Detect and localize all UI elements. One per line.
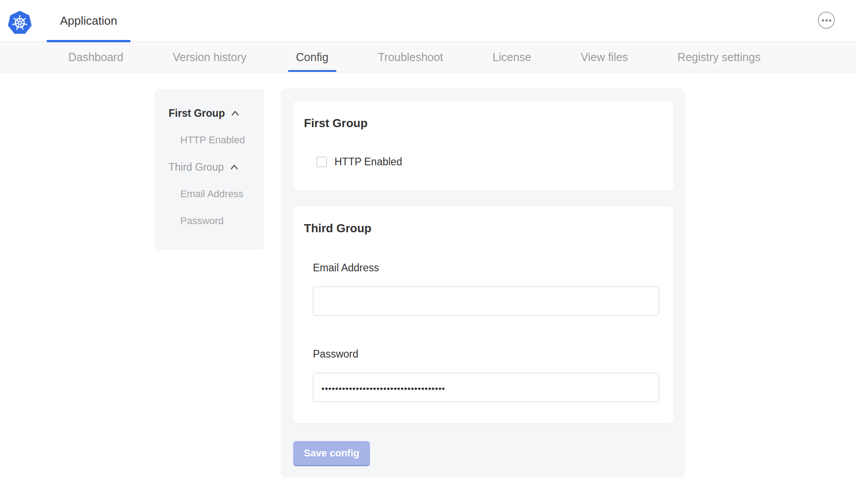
tab-troubleshoot[interactable]: Troubleshoot (370, 42, 451, 72)
sidebar-item-password[interactable]: Password (155, 208, 264, 234)
tab-application[interactable]: Application (47, 0, 130, 42)
app-tab-label: Application (60, 14, 117, 28)
tab-view-files[interactable]: View files (573, 42, 636, 72)
sidebar-item-label: Email Address (180, 188, 244, 200)
sidebar-group-label: First Group (169, 107, 225, 119)
config-form-panel: First Group HTTP Enabled Third Group Ema… (281, 88, 685, 478)
tab-dashboard[interactable]: Dashboard (61, 42, 131, 72)
group-title: First Group (304, 116, 368, 130)
ellipsis-dot (822, 19, 824, 22)
app-header: Application (0, 0, 856, 42)
app-subnav: Dashboard Version history Config Trouble… (0, 42, 856, 72)
tab-license[interactable]: License (485, 42, 539, 72)
config-group-card-first: First Group HTTP Enabled (293, 101, 673, 190)
config-group-card-third: Third Group Email Address Password (293, 206, 673, 423)
sidebar-item-label: Password (180, 215, 224, 227)
kubernetes-logo-icon (8, 11, 32, 35)
chevron-up-icon (228, 161, 240, 173)
config-groups-sidebar: First Group HTTP Enabled Third Group Ema… (155, 89, 264, 250)
http-enabled-checkbox[interactable] (317, 157, 327, 167)
tab-registry-settings[interactable]: Registry settings (670, 42, 768, 72)
sidebar-item-label: HTTP Enabled (180, 134, 245, 146)
ellipsis-menu-button[interactable] (818, 12, 835, 29)
chevron-up-icon (229, 107, 241, 119)
email-address-label: Email Address (313, 262, 379, 274)
email-address-input[interactable] (313, 287, 659, 316)
http-enabled-field: HTTP Enabled (317, 156, 402, 168)
password-input[interactable] (313, 373, 659, 402)
save-config-button[interactable]: Save config (293, 441, 370, 465)
sidebar-group-label: Third Group (169, 161, 224, 173)
group-title: Third Group (304, 221, 371, 235)
ellipsis-dot (825, 19, 828, 22)
tab-version-history[interactable]: Version history (165, 42, 254, 72)
sidebar-item-http-enabled[interactable]: HTTP Enabled (155, 127, 264, 154)
sidebar-group-first-group[interactable]: First Group (155, 100, 264, 127)
password-label: Password (313, 348, 358, 360)
tab-config[interactable]: Config (288, 42, 336, 72)
ellipsis-dot (829, 19, 831, 22)
http-enabled-label[interactable]: HTTP Enabled (334, 156, 402, 168)
sidebar-group-third-group[interactable]: Third Group (155, 154, 264, 181)
sidebar-item-email-address[interactable]: Email Address (155, 181, 264, 208)
